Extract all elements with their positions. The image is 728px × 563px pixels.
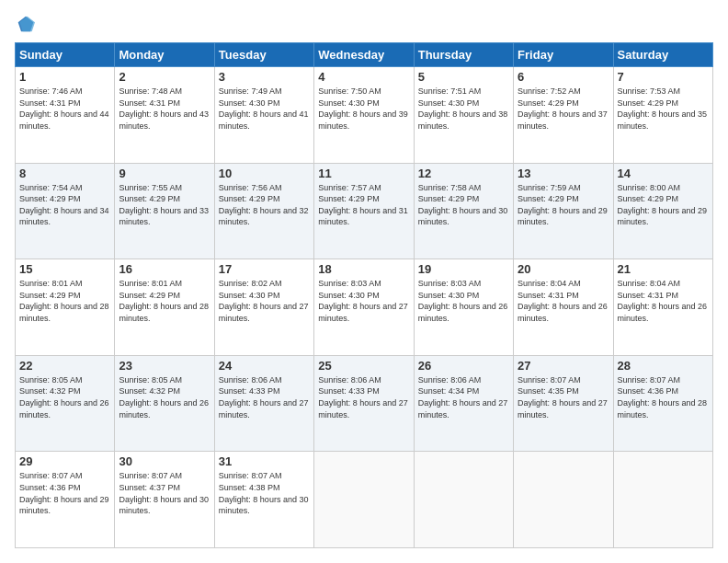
calendar-table: SundayMondayTuesdayWednesdayThursdayFrid… [15, 42, 713, 548]
sunset-label: Sunset: [518, 194, 548, 203]
day-info: Sunrise: 7:49 AM Sunset: 4:30 PM Dayligh… [219, 86, 310, 132]
sunrise-label: Sunrise: [19, 375, 52, 385]
sunset-value: 4:30 PM [348, 98, 380, 108]
day-header-sunday: Sunday [16, 43, 115, 67]
daylight-label: Daylight: 8 hours and 30 minutes. [418, 206, 508, 227]
sunset-label: Sunset: [618, 291, 648, 300]
calendar-cell: 16 Sunrise: 8:01 AM Sunset: 4:29 PM Dayl… [115, 259, 214, 356]
day-number: 17 [219, 262, 310, 276]
calendar-cell: 12 Sunrise: 7:58 AM Sunset: 4:29 PM Dayl… [414, 163, 513, 259]
sunset-label: Sunset: [418, 291, 449, 300]
calendar-cell: 17 Sunrise: 8:02 AM Sunset: 4:30 PM Dayl… [214, 259, 313, 356]
sunset-label: Sunset: [618, 98, 648, 108]
sunset-value: 4:36 PM [648, 386, 679, 396]
day-info: Sunrise: 8:06 AM Sunset: 4:33 PM Dayligh… [318, 374, 409, 420]
sunrise-label: Sunrise: [518, 86, 551, 96]
daylight-label: Daylight: 8 hours and 41 minutes. [219, 109, 309, 131]
sunrise-value: 8:05 AM [52, 375, 83, 385]
daylight-label: Daylight: 8 hours and 32 minutes. [219, 206, 309, 227]
day-info: Sunrise: 7:51 AM Sunset: 4:30 PM Dayligh… [418, 86, 509, 132]
sunrise-value: 7:55 AM [152, 183, 182, 192]
day-header-saturday: Saturday [613, 43, 712, 67]
daylight-label: Daylight: 8 hours and 44 minutes. [19, 109, 109, 131]
calendar-cell: 14 Sunrise: 8:00 AM Sunset: 4:29 PM Dayl… [613, 163, 712, 259]
day-info: Sunrise: 8:03 AM Sunset: 4:30 PM Dayligh… [318, 278, 409, 324]
day-info: Sunrise: 8:04 AM Sunset: 4:31 PM Dayligh… [618, 278, 709, 324]
day-header-friday: Friday [514, 43, 613, 67]
sunrise-label: Sunrise: [418, 279, 451, 288]
sunset-label: Sunset: [518, 386, 548, 396]
sunset-value: 4:33 PM [348, 386, 380, 396]
day-number: 15 [19, 262, 110, 276]
day-number: 10 [219, 167, 310, 180]
daylight-label: Daylight: 8 hours and 28 minutes. [618, 398, 708, 419]
daylight-label: Daylight: 8 hours and 33 minutes. [119, 206, 209, 227]
sunrise-label: Sunrise: [418, 86, 451, 96]
sunset-value: 4:30 PM [348, 291, 380, 300]
day-number: 2 [119, 70, 210, 84]
day-info: Sunrise: 8:07 AM Sunset: 4:38 PM Dayligh… [219, 470, 310, 516]
sunrise-value: 8:04 AM [551, 279, 581, 288]
calendar-cell: 13 Sunrise: 7:59 AM Sunset: 4:29 PM Dayl… [514, 163, 613, 259]
calendar-cell: 29 Sunrise: 8:07 AM Sunset: 4:36 PM Dayl… [16, 452, 115, 548]
calendar-cell: 8 Sunrise: 7:54 AM Sunset: 4:29 PM Dayli… [16, 163, 115, 259]
sunset-label: Sunset: [119, 194, 149, 203]
sunrise-label: Sunrise: [219, 279, 252, 288]
sunset-value: 4:32 PM [149, 386, 180, 396]
sunrise-value: 8:01 AM [152, 279, 182, 288]
sunrise-value: 7:48 AM [152, 86, 182, 96]
calendar-cell: 28 Sunrise: 8:07 AM Sunset: 4:36 PM Dayl… [613, 355, 712, 452]
sunrise-value: 7:53 AM [650, 86, 680, 96]
day-header-thursday: Thursday [414, 43, 513, 67]
sunrise-label: Sunrise: [119, 183, 152, 192]
sunrise-label: Sunrise: [119, 86, 152, 96]
sunrise-value: 8:01 AM [52, 279, 83, 288]
day-number: 13 [518, 167, 609, 180]
sunrise-value: 8:02 AM [251, 279, 281, 288]
sunrise-value: 7:49 AM [251, 86, 281, 96]
sunset-value: 4:29 PM [648, 194, 679, 203]
sunrise-label: Sunrise: [618, 86, 651, 96]
day-number: 20 [518, 262, 609, 276]
sunset-value: 4:32 PM [50, 386, 81, 396]
day-info: Sunrise: 8:01 AM Sunset: 4:29 PM Dayligh… [119, 278, 210, 324]
calendar-cell: 25 Sunrise: 8:06 AM Sunset: 4:33 PM Dayl… [314, 355, 414, 452]
sunset-value: 4:31 PM [50, 98, 81, 108]
sunrise-value: 7:46 AM [52, 86, 83, 96]
calendar-week-row: 22 Sunrise: 8:05 AM Sunset: 4:32 PM Dayl… [16, 355, 713, 452]
day-number: 28 [618, 359, 709, 373]
sunset-value: 4:35 PM [548, 386, 579, 396]
daylight-label: Daylight: 8 hours and 27 minutes. [318, 398, 408, 419]
day-info: Sunrise: 8:06 AM Sunset: 4:34 PM Dayligh… [418, 374, 509, 420]
sunset-label: Sunset: [119, 386, 149, 396]
calendar-cell: 24 Sunrise: 8:06 AM Sunset: 4:33 PM Dayl… [214, 355, 313, 452]
sunrise-value: 8:05 AM [152, 375, 182, 385]
sunset-label: Sunset: [418, 194, 449, 203]
daylight-label: Daylight: 8 hours and 34 minutes. [19, 206, 109, 227]
calendar-cell: 11 Sunrise: 7:57 AM Sunset: 4:29 PM Dayl… [314, 163, 414, 259]
calendar-cell: 15 Sunrise: 8:01 AM Sunset: 4:29 PM Dayl… [16, 259, 115, 356]
calendar-cell: 20 Sunrise: 8:04 AM Sunset: 4:31 PM Dayl… [514, 259, 613, 356]
sunrise-value: 7:58 AM [450, 183, 481, 192]
sunset-label: Sunset: [318, 98, 348, 108]
sunrise-value: 8:03 AM [351, 279, 381, 288]
daylight-label: Daylight: 8 hours and 29 minutes. [19, 495, 109, 516]
day-number: 21 [618, 262, 709, 276]
sunrise-value: 7:57 AM [351, 183, 381, 192]
daylight-label: Daylight: 8 hours and 43 minutes. [119, 109, 209, 131]
sunset-value: 4:29 PM [249, 194, 280, 203]
sunrise-value: 8:06 AM [450, 375, 481, 385]
daylight-label: Daylight: 8 hours and 26 minutes. [518, 302, 608, 323]
calendar-cell [314, 452, 414, 548]
daylight-label: Daylight: 8 hours and 37 minutes. [518, 109, 608, 131]
sunset-value: 4:33 PM [249, 386, 280, 396]
day-info: Sunrise: 8:02 AM Sunset: 4:30 PM Dayligh… [219, 278, 310, 324]
daylight-label: Daylight: 8 hours and 27 minutes. [318, 302, 408, 323]
sunset-value: 4:30 PM [449, 98, 480, 108]
sunset-label: Sunset: [19, 291, 50, 300]
sunset-label: Sunset: [19, 194, 50, 203]
day-header-wednesday: Wednesday [314, 43, 414, 67]
calendar-cell: 7 Sunrise: 7:53 AM Sunset: 4:29 PM Dayli… [613, 67, 712, 164]
daylight-label: Daylight: 8 hours and 27 minutes. [418, 398, 508, 419]
day-number: 25 [318, 359, 409, 373]
